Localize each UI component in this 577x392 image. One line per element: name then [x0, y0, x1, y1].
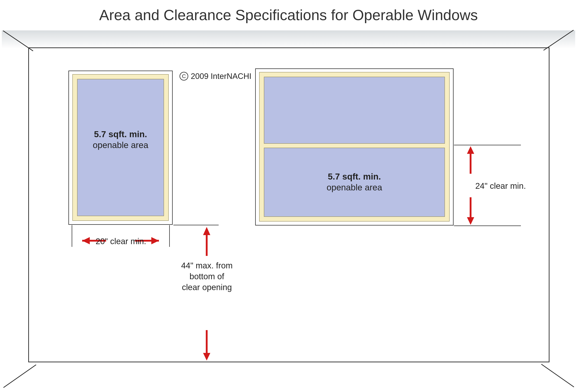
double-hung-area-value: 5.7 sqft. min.: [264, 171, 445, 182]
double-hung-area-label: 5.7 sqft. min. openable area: [264, 171, 445, 193]
dim-sill-line3: clear opening: [173, 282, 240, 293]
dim-height-label: 24" clear min.: [475, 181, 537, 191]
svg-marker-11: [467, 217, 474, 225]
dim-sill-label: 44" max. from bottom of clear opening: [173, 260, 240, 293]
dim-sill-line2: bottom of: [173, 271, 240, 282]
double-hung-upper-sash: [264, 77, 445, 144]
dim-sill-arrow: [201, 225, 212, 362]
dim-height-tick-bottom: [454, 225, 521, 226]
svg-marker-5: [203, 227, 210, 235]
room-corner-line: [3, 364, 36, 388]
copyright-text: 2009 InterNACHI: [191, 72, 252, 81]
double-hung-area-caption: openable area: [264, 182, 445, 193]
dim-width-label: 20" clear min.: [88, 236, 153, 247]
casement-area-value: 5.7 sqft. min.: [77, 129, 164, 140]
copyright-label: C 2009 InterNACHI: [180, 72, 252, 81]
casement-area-label: 5.7 sqft. min. openable area: [77, 129, 164, 151]
copyright-icon: C: [180, 72, 188, 80]
svg-marker-9: [467, 146, 474, 154]
diagram-title: Area and Clearance Specifications for Op…: [0, 6, 577, 24]
svg-marker-7: [203, 353, 210, 360]
dim-height-arrow: [465, 145, 476, 226]
dim-sill-line1: 44" max. from: [173, 260, 240, 271]
casement-area-caption: openable area: [77, 140, 164, 151]
ceiling-gradient: [2, 30, 575, 48]
dim-height-tick-top: [454, 145, 521, 145]
room-corner-line: [541, 364, 574, 387]
